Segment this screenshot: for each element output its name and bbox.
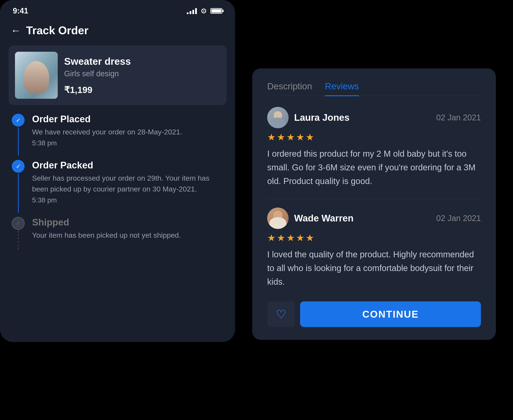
product-price: ₹1,199 (64, 85, 220, 95)
page-header: ← Track Order (0, 17, 235, 41)
review-card: Description Reviews Laura Jones 02 Jan 2… (252, 68, 496, 340)
review-date-laura: 02 Jan 2021 (436, 113, 481, 122)
check-icon-packed: ✓ (16, 163, 21, 170)
review-date-wade: 02 Jan 2021 (436, 214, 481, 223)
reviewer-name-laura: Laura Jones (294, 112, 349, 123)
timeline-time-order-packed: 5:38 pm (32, 196, 225, 204)
timeline-item-order-placed: ✓ Order Placed We have received your ord… (11, 114, 225, 156)
reviewer-info-laura: Laura Jones (267, 107, 349, 128)
page-title: Track Order (26, 24, 89, 37)
timeline-content-order-placed: Order Placed We have received your order… (32, 114, 225, 156)
timeline-text-shipped: Your item has been picked up not yet shi… (32, 230, 225, 241)
star-5: ★ (306, 132, 314, 142)
timeline-dot-order-placed: ✓ (12, 114, 25, 127)
check-icon-shipped: ✓ (16, 220, 21, 227)
timeline-line-dashed (18, 231, 19, 251)
stars-laura: ★ ★ ★ ★ ★ (267, 132, 481, 142)
star-2: ★ (277, 132, 285, 142)
avatar-laura (267, 107, 288, 128)
stars-wade: ★ ★ ★ ★ ★ (267, 232, 481, 243)
star-1: ★ (267, 132, 276, 142)
product-description: Girls self design (64, 69, 220, 78)
reviewer-name-wade: Wade Warren (294, 213, 354, 224)
review-header-laura: Laura Jones 02 Jan 2021 (267, 107, 481, 128)
star-wade-3: ★ (287, 232, 295, 243)
avatar-wade (267, 208, 288, 229)
star-wade-1: ★ (267, 232, 276, 243)
bottom-actions: ♡ CONTINUE (267, 301, 481, 327)
star-4: ★ (296, 132, 304, 142)
timeline-content-order-packed: Order Packed Seller has processed your o… (32, 160, 225, 213)
timeline-item-order-packed: ✓ Order Packed Seller has processed your… (11, 160, 225, 213)
timeline-line-solid-2 (18, 173, 19, 213)
star-3: ★ (287, 132, 295, 142)
continue-button[interactable]: CONTINUE (300, 301, 481, 327)
wishlist-button[interactable]: ♡ (267, 301, 295, 327)
signal-icon (187, 8, 197, 14)
timeline-dot-shipped: ✓ (12, 217, 25, 230)
review-text-laura: I ordered this product for my 2 M old ba… (267, 147, 481, 188)
review-header-wade: Wade Warren 02 Jan 2021 (267, 208, 481, 229)
reviewer-info-wade: Wade Warren (267, 208, 354, 229)
review-text-wade: I loved the quality of the product. High… (267, 248, 481, 289)
timeline-icon-wrap-packed: ✓ (11, 160, 26, 213)
timeline-title-order-placed: Order Placed (32, 114, 225, 124)
timeline-title-shipped: Shipped (32, 217, 225, 228)
star-wade-2: ★ (277, 232, 285, 243)
star-wade-4: ★ (296, 232, 304, 243)
continue-label: CONTINUE (362, 308, 419, 320)
product-card: Sweater dress Girls self design ₹1,199 (8, 45, 226, 105)
tab-description[interactable]: Description (267, 81, 312, 96)
timeline-line-solid-1 (18, 128, 19, 156)
timeline-text-order-packed: Seller has processed your order on 29th.… (32, 173, 225, 195)
product-image (15, 52, 58, 99)
timeline-dot-order-packed: ✓ (12, 160, 25, 173)
wifi-icon: ⊙ (201, 7, 206, 15)
heart-icon: ♡ (276, 308, 286, 321)
timeline-time-order-placed: 5:38 pm (32, 139, 225, 147)
tab-reviews[interactable]: Reviews (325, 81, 359, 96)
tab-bar: Description Reviews (267, 81, 481, 96)
back-button[interactable]: ← (11, 25, 21, 36)
timeline-icon-wrap-shipped: ✓ (11, 217, 26, 251)
check-icon: ✓ (16, 117, 21, 124)
review-panel: Description Reviews Laura Jones 02 Jan 2… (235, 60, 513, 420)
timeline-icon-wrap: ✓ (11, 114, 26, 156)
star-wade-5: ★ (306, 232, 314, 243)
battery-icon (210, 8, 222, 14)
review-divider (267, 199, 481, 199)
phone-panel: 9:41 ⊙ ← Track Order Sweater dress Girls… (0, 0, 235, 342)
timeline-content-shipped: Shipped Your item has been picked up not… (32, 217, 225, 251)
status-bar: 9:41 ⊙ (0, 0, 235, 17)
time-display: 9:41 (13, 7, 28, 15)
status-icons: ⊙ (187, 7, 222, 15)
order-timeline: ✓ Order Placed We have received your ord… (0, 109, 235, 260)
product-info: Sweater dress Girls self design ₹1,199 (64, 56, 220, 95)
timeline-item-shipped: ✓ Shipped Your item has been picked up n… (11, 217, 225, 251)
review-item-wade: Wade Warren 02 Jan 2021 ★ ★ ★ ★ ★ I love… (267, 208, 481, 289)
product-name: Sweater dress (64, 56, 220, 67)
review-item-laura: Laura Jones 02 Jan 2021 ★ ★ ★ ★ ★ I orde… (267, 107, 481, 188)
timeline-title-order-packed: Order Packed (32, 160, 225, 171)
timeline-text-order-placed: We have received your order on 28-May-20… (32, 127, 225, 137)
